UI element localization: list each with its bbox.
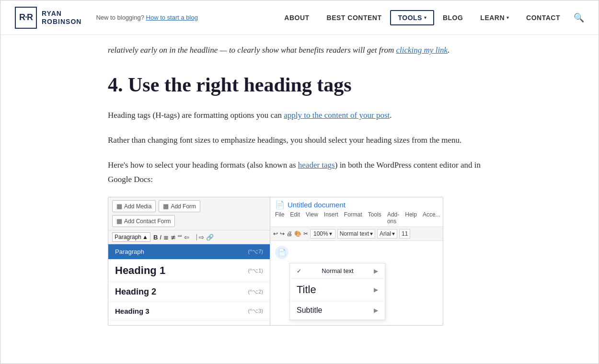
nav-item-best-content[interactable]: BEST CONTENT (318, 13, 391, 22)
gdocs-size-select[interactable]: 11 (399, 229, 410, 239)
nav-link-contact[interactable]: CONTACT (526, 14, 560, 22)
checkmark-icon: ✓ (297, 268, 301, 274)
tagline-link[interactable]: How to start a blog (146, 14, 198, 21)
align-left-icon[interactable]: ⇦ (184, 234, 189, 241)
chevron-down-icon-style: ▾ (370, 230, 373, 237)
wp-add-media-button[interactable]: ▦ Add Media (112, 200, 156, 212)
chevron-down-icon: ▾ (424, 15, 426, 20)
wp-dropdown-h2[interactable]: Heading 2 (^⌥2) (108, 282, 270, 302)
nav-dropdown-tools[interactable]: TOOLS ▾ (398, 14, 426, 22)
gdocs-normal-text-select[interactable]: Normal text ▾ (337, 229, 375, 239)
chevron-down-icon-zoom: ▾ (329, 230, 332, 237)
gdocs-menu-view[interactable]: View (306, 211, 318, 225)
gdocs-menu-addons[interactable]: Add-ons (387, 211, 399, 225)
content-wrap: relatively early on in the headline — to… (93, 35, 506, 340)
contact-icon: ▦ (116, 217, 122, 225)
wp-dropdown-h3[interactable]: Heading 3 (^⌥3) (108, 302, 270, 320)
brand-name: RYAN ROBINSON (42, 10, 81, 26)
gdocs-dd-label-title: Title (297, 284, 316, 296)
chevron-up-icon: ▲ (142, 234, 148, 240)
wp-dd-shortcut-h3: (^⌥3) (248, 308, 263, 314)
gdocs-menu-tools[interactable]: Tools (368, 211, 381, 225)
wp-dropdown-h1[interactable]: Heading 1 (^⌥1) (108, 260, 270, 282)
wp-add-form-button[interactable]: ▦ Add Form (159, 200, 200, 212)
gdocs-dd-normal-text[interactable]: ✓ Normal text ▶ (290, 263, 385, 279)
para1-link[interactable]: apply to the content of your post (284, 111, 390, 120)
gdocs-doc-title: 📄 Untitled document (275, 200, 438, 209)
logo-link[interactable]: R·R RYAN ROBINSON (15, 7, 81, 29)
nav-link-tools[interactable]: TOOLS (398, 14, 422, 22)
wp-add-contact-button[interactable]: ▦ Add Contact Form (112, 215, 175, 227)
nav-item-tools[interactable]: TOOLS ▾ (390, 10, 434, 25)
nav-links: ABOUT BEST CONTENT TOOLS ▾ BLOG LEARN ▾ (276, 10, 569, 25)
gdocs-font-select[interactable]: Arial ▾ (377, 229, 397, 239)
quote-icon[interactable]: ““ (178, 234, 182, 241)
arrow-right-icon-subtitle: ▶ (374, 307, 378, 314)
para3-link[interactable]: header tags (298, 160, 335, 170)
nav-item-about[interactable]: ABOUT (276, 13, 318, 22)
nav-link-learn[interactable]: LEARN (480, 14, 505, 22)
wp-dropdown-paragraph[interactable]: Paragraph (^⌥7) (108, 244, 270, 260)
gdocs-content-area: 📄 ✓ Normal text ▶ Title ▶ Subtitle (270, 241, 443, 325)
wp-dropdown-list: Paragraph (^⌥7) Heading 1 (^⌥1) Heading … (108, 244, 270, 320)
intro-partial: relatively early on in the headline — to… (108, 35, 491, 63)
align-right-icon[interactable]: ⇨ (199, 234, 204, 241)
gdocs-menu-file[interactable]: File (275, 211, 284, 225)
gdocs-dd-label-normal: Normal text (322, 267, 353, 274)
gdocs-undo-icon[interactable]: ↩ (273, 230, 278, 237)
wp-dd-shortcut-h1: (^⌥1) (248, 268, 263, 274)
wp-dd-shortcut-h2: (^⌥2) (248, 289, 263, 295)
body-para-3: Here's how to select your heading format… (108, 158, 491, 187)
gdocs-doc-icon: 📄 (275, 200, 285, 209)
wp-dd-label-h1: Heading 1 (115, 264, 165, 277)
nav-item-learn[interactable]: LEARN ▾ (472, 14, 518, 22)
nav-link-about[interactable]: ABOUT (284, 14, 309, 22)
link-icon[interactable]: 🔗 (206, 234, 214, 241)
wp-paragraph-select[interactable]: Paragraph ▲ (112, 232, 150, 242)
nav-item-blog[interactable]: BLOG (434, 13, 472, 22)
arrow-right-icon-title: ▶ (374, 286, 378, 293)
chevron-down-icon-learn: ▾ (507, 15, 509, 20)
gdocs-dd-subtitle[interactable]: Subtitle ▶ (290, 301, 385, 320)
bold-icon[interactable]: B (153, 234, 158, 241)
nav-link-best-content[interactable]: BEST CONTENT (327, 14, 382, 22)
gdocs-menu-insert[interactable]: Insert (324, 211, 338, 225)
ol-icon[interactable]: ≢ (171, 234, 176, 241)
navbar: R·R RYAN ROBINSON New to blogging? How t… (0, 0, 599, 35)
gdocs-titlebar: 📄 Untitled document File Edit View Inser… (270, 197, 443, 227)
gdocs-print-icon[interactable]: 🖨 (287, 230, 292, 237)
gdocs-menu-acce[interactable]: Acce... (423, 211, 440, 225)
align-center-icon[interactable]: ⎹ (191, 233, 197, 241)
inline-link-clicking[interactable]: clicking my link (396, 46, 448, 55)
wp-toolbar-top: ▦ Add Media ▦ Add Form ▦ Add Contact For… (108, 197, 270, 230)
page-frame: R·R RYAN ROBINSON New to blogging? How t… (0, 0, 599, 364)
body-para-1: Heading tags (H-tags) are formatting opt… (108, 108, 491, 123)
gdocs-zoom-select[interactable]: 100% ▾ (310, 229, 335, 239)
gdocs-menu-format[interactable]: Format (344, 211, 362, 225)
gdocs-font-label: Arial (380, 230, 391, 237)
gdocs-paint-icon[interactable]: 🎨 (294, 230, 301, 237)
italic-icon[interactable]: I (160, 234, 161, 241)
nav-link-blog[interactable]: BLOG (443, 14, 463, 22)
section-heading: 4. Use the right heading tags (108, 73, 491, 97)
tagline: New to blogging? How to start a blog (96, 14, 197, 21)
gdocs-dd-title[interactable]: Title ▶ (290, 279, 385, 301)
gdocs-menu-help[interactable]: Help (405, 211, 417, 225)
gdocs-menu: File Edit View Insert Format Tools Add-o… (275, 210, 438, 227)
wp-dd-label-h2: Heading 2 (115, 287, 156, 297)
gdocs-format-bar: ↩ ↪ 🖨 🎨 ✂ 100% ▾ Normal text ▾ Arial (270, 227, 443, 241)
nav-item-contact[interactable]: CONTACT (518, 13, 569, 22)
gdocs-scissors-icon[interactable]: ✂ (303, 230, 308, 237)
wp-format-icons: B I ≣ ≢ ““ ⇦ ⎹ ⇨ 🔗 (153, 233, 214, 241)
nav-dropdown-learn[interactable]: LEARN ▾ (480, 14, 509, 22)
arrow-right-icon-normal: ▶ (374, 268, 378, 274)
wp-dd-label-paragraph: Paragraph (115, 248, 144, 255)
ul-icon[interactable]: ≣ (163, 234, 169, 241)
search-icon[interactable]: 🔍 (574, 12, 584, 23)
gdocs-style-dropdown-list: ✓ Normal text ▶ Title ▶ Subtitle ▶ (289, 263, 385, 320)
logo-box: R·R (15, 7, 37, 29)
gdocs-menu-edit[interactable]: Edit (290, 211, 300, 225)
wp-dd-shortcut-paragraph: (^⌥7) (248, 249, 263, 255)
screenshot-composite: ▦ Add Media ▦ Add Form ▦ Add Contact For… (108, 197, 443, 326)
gdocs-redo-icon[interactable]: ↪ (280, 230, 285, 237)
